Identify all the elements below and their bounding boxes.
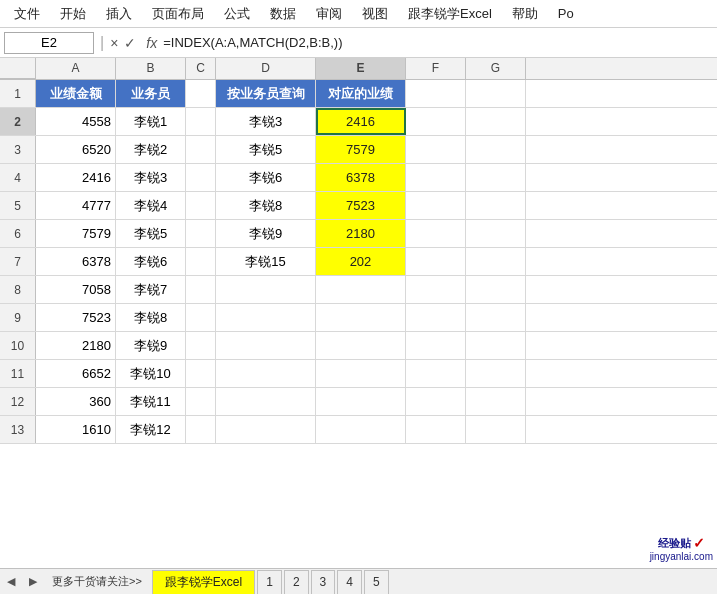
cell-F6[interactable] [406, 220, 466, 247]
col-header-G[interactable]: G [466, 58, 526, 79]
cell-D6[interactable]: 李锐9 [216, 220, 316, 247]
row-header-11[interactable]: 11 [0, 360, 36, 387]
cell-B13[interactable]: 李锐12 [116, 416, 186, 443]
cell-F10[interactable] [406, 332, 466, 359]
row-header-4[interactable]: 4 [0, 164, 36, 191]
cell-E8[interactable] [316, 276, 406, 303]
cell-C9[interactable] [186, 304, 216, 331]
cell-D8[interactable] [216, 276, 316, 303]
cell-E11[interactable] [316, 360, 406, 387]
cell-F2[interactable] [406, 108, 466, 135]
cell-D12[interactable] [216, 388, 316, 415]
cell-E7[interactable]: 202 [316, 248, 406, 275]
cell-A10[interactable]: 2180 [36, 332, 116, 359]
cell-B8[interactable]: 李锐7 [116, 276, 186, 303]
cell-E6[interactable]: 2180 [316, 220, 406, 247]
cell-B3[interactable]: 李锐2 [116, 136, 186, 163]
cell-C10[interactable] [186, 332, 216, 359]
cell-B6[interactable]: 李锐5 [116, 220, 186, 247]
row-header-10[interactable]: 10 [0, 332, 36, 359]
cell-A6[interactable]: 7579 [36, 220, 116, 247]
row-header-12[interactable]: 12 [0, 388, 36, 415]
cell-G3[interactable] [466, 136, 526, 163]
cell-B11[interactable]: 李锐10 [116, 360, 186, 387]
cell-G13[interactable] [466, 416, 526, 443]
sheet-tab-active[interactable]: 跟李锐学Excel [152, 570, 255, 594]
formula-fx-label[interactable]: fx [146, 35, 157, 51]
cell-D9[interactable] [216, 304, 316, 331]
cell-C7[interactable] [186, 248, 216, 275]
menu-start[interactable]: 开始 [50, 1, 96, 27]
cell-G8[interactable] [466, 276, 526, 303]
sheet-more-label[interactable]: 更多干货请关注>> [44, 572, 150, 591]
sheet-tab-4[interactable]: 4 [337, 570, 362, 594]
row-header-7[interactable]: 7 [0, 248, 36, 275]
cell-B4[interactable]: 李锐3 [116, 164, 186, 191]
sheet-next-btn[interactable]: ▶ [22, 571, 44, 593]
cell-C13[interactable] [186, 416, 216, 443]
sheet-prev-btn[interactable]: ◀ [0, 571, 22, 593]
cell-D7[interactable]: 李锐15 [216, 248, 316, 275]
cell-G11[interactable] [466, 360, 526, 387]
row-header-2[interactable]: 2 [0, 108, 36, 135]
cell-E13[interactable] [316, 416, 406, 443]
menu-file[interactable]: 文件 [4, 1, 50, 27]
cell-F4[interactable] [406, 164, 466, 191]
cell-G12[interactable] [466, 388, 526, 415]
col-header-D[interactable]: D [216, 58, 316, 79]
cell-D11[interactable] [216, 360, 316, 387]
cell-A4[interactable]: 2416 [36, 164, 116, 191]
sheet-tab-1[interactable]: 1 [257, 570, 282, 594]
cell-C6[interactable] [186, 220, 216, 247]
menu-page-layout[interactable]: 页面布局 [142, 1, 214, 27]
cell-B2[interactable]: 李锐1 [116, 108, 186, 135]
menu-formula[interactable]: 公式 [214, 1, 260, 27]
col-header-E[interactable]: E [316, 58, 406, 79]
menu-excel-course[interactable]: 跟李锐学Excel [398, 1, 502, 27]
cell-C3[interactable] [186, 136, 216, 163]
cell-D13[interactable] [216, 416, 316, 443]
menu-review[interactable]: 审阅 [306, 1, 352, 27]
cell-G7[interactable] [466, 248, 526, 275]
cell-B12[interactable]: 李锐11 [116, 388, 186, 415]
cell-A11[interactable]: 6652 [36, 360, 116, 387]
cell-F1[interactable] [406, 80, 466, 107]
cell-D5[interactable]: 李锐8 [216, 192, 316, 219]
cell-A12[interactable]: 360 [36, 388, 116, 415]
row-header-5[interactable]: 5 [0, 192, 36, 219]
cell-D4[interactable]: 李锐6 [216, 164, 316, 191]
row-header-8[interactable]: 8 [0, 276, 36, 303]
row-header-1[interactable]: 1 [0, 80, 36, 107]
formula-cancel-icon[interactable]: × [110, 35, 118, 51]
cell-E9[interactable] [316, 304, 406, 331]
cell-C11[interactable] [186, 360, 216, 387]
menu-view[interactable]: 视图 [352, 1, 398, 27]
sheet-tab-3[interactable]: 3 [311, 570, 336, 594]
menu-insert[interactable]: 插入 [96, 1, 142, 27]
cell-E12[interactable] [316, 388, 406, 415]
cell-G4[interactable] [466, 164, 526, 191]
cell-B10[interactable]: 李锐9 [116, 332, 186, 359]
cell-F13[interactable] [406, 416, 466, 443]
cell-reference-box[interactable]: E2 [4, 32, 94, 54]
cell-F12[interactable] [406, 388, 466, 415]
cell-G10[interactable] [466, 332, 526, 359]
menu-data[interactable]: 数据 [260, 1, 306, 27]
cell-E5[interactable]: 7523 [316, 192, 406, 219]
cell-F8[interactable] [406, 276, 466, 303]
row-header-6[interactable]: 6 [0, 220, 36, 247]
cell-B7[interactable]: 李锐6 [116, 248, 186, 275]
cell-B1[interactable]: 业务员 [116, 80, 186, 107]
col-header-F[interactable]: F [406, 58, 466, 79]
cell-F11[interactable] [406, 360, 466, 387]
cell-C8[interactable] [186, 276, 216, 303]
cell-E2[interactable]: 2416 [316, 108, 406, 135]
cell-C1[interactable] [186, 80, 216, 107]
cell-F3[interactable] [406, 136, 466, 163]
cell-B9[interactable]: 李锐8 [116, 304, 186, 331]
cell-E1[interactable]: 对应的业绩 [316, 80, 406, 107]
cell-A7[interactable]: 6378 [36, 248, 116, 275]
cell-G1[interactable] [466, 80, 526, 107]
sheet-tab-2[interactable]: 2 [284, 570, 309, 594]
cell-E3[interactable]: 7579 [316, 136, 406, 163]
